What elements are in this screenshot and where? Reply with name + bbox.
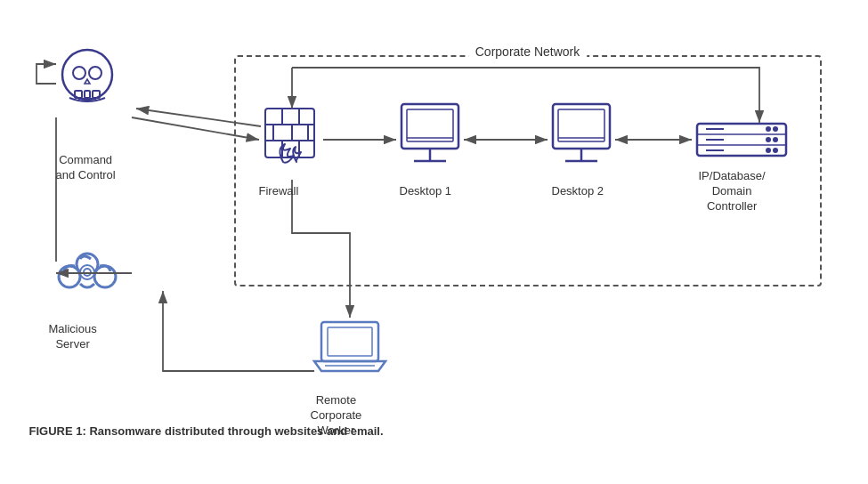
diagram-svg <box>29 37 857 429</box>
malicious-server-icon <box>59 254 116 287</box>
command-control-node: Commandand Control <box>56 153 116 183</box>
svg-point-40 <box>766 126 771 132</box>
desktop2-icon <box>553 104 610 161</box>
svg-rect-50 <box>328 327 372 356</box>
svg-rect-11 <box>78 98 96 100</box>
firewall-icon <box>265 109 314 163</box>
figure-caption: FIGURE 1: Ransomware distributed through… <box>29 424 384 438</box>
desktop1-label-node: Desktop 1 <box>400 184 452 199</box>
firewall-label-node: Firewall <box>259 184 299 199</box>
desktop2-label-node: Desktop 2 <box>552 184 604 199</box>
svg-point-43 <box>773 137 778 142</box>
svg-point-42 <box>766 137 771 142</box>
figure-text: Ransomware distributed through websites … <box>89 424 383 438</box>
svg-point-5 <box>62 50 112 100</box>
svg-rect-33 <box>558 109 604 141</box>
desktop2-label: Desktop 2 <box>552 184 604 199</box>
command-control-icon <box>62 50 112 101</box>
svg-point-45 <box>773 148 778 153</box>
svg-point-15 <box>80 265 94 279</box>
svg-point-14 <box>94 266 116 287</box>
main-area: Corporate Network <box>29 37 840 429</box>
diagram-container: Corporate Network <box>20 28 848 456</box>
svg-rect-28 <box>407 109 453 141</box>
svg-point-7 <box>89 67 101 79</box>
svg-point-41 <box>773 126 778 132</box>
ip-database-label: IP/Database/DomainController <box>699 169 766 214</box>
desktop1-icon <box>402 104 458 161</box>
malicious-server-label: MaliciousServer <box>49 322 97 352</box>
ip-database-icon <box>697 124 786 156</box>
svg-line-52 <box>132 117 259 140</box>
command-control-label: Commandand Control <box>56 153 116 183</box>
firewall-label: Firewall <box>259 184 299 199</box>
figure-number: FIGURE 1: <box>29 424 86 438</box>
remote-worker-icon <box>314 322 385 371</box>
svg-point-44 <box>766 148 771 153</box>
svg-point-13 <box>59 266 80 287</box>
svg-line-53 <box>136 109 261 126</box>
svg-point-6 <box>73 67 85 79</box>
desktop1-label: Desktop 1 <box>400 184 452 199</box>
ip-database-label-node: IP/Database/DomainController <box>699 169 766 214</box>
malicious-server-node: MaliciousServer <box>49 322 97 352</box>
svg-rect-9 <box>85 91 90 98</box>
